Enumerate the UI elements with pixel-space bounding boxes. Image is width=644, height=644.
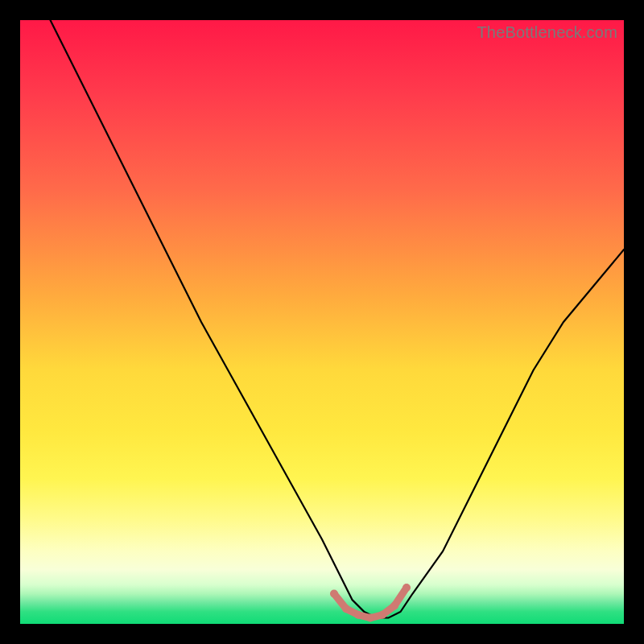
svg-point-1 — [342, 605, 350, 613]
chart-frame: TheBottleneck.com — [0, 0, 644, 644]
svg-point-4 — [378, 611, 386, 619]
plot-area: TheBottleneck.com — [20, 20, 624, 624]
svg-point-6 — [402, 584, 411, 592]
curve-line — [51, 20, 625, 618]
svg-point-2 — [354, 611, 362, 619]
svg-point-5 — [390, 602, 398, 610]
bottom-highlight — [330, 584, 411, 622]
chart-overlay — [20, 20, 624, 624]
svg-point-3 — [366, 614, 374, 622]
svg-point-0 — [330, 590, 338, 598]
